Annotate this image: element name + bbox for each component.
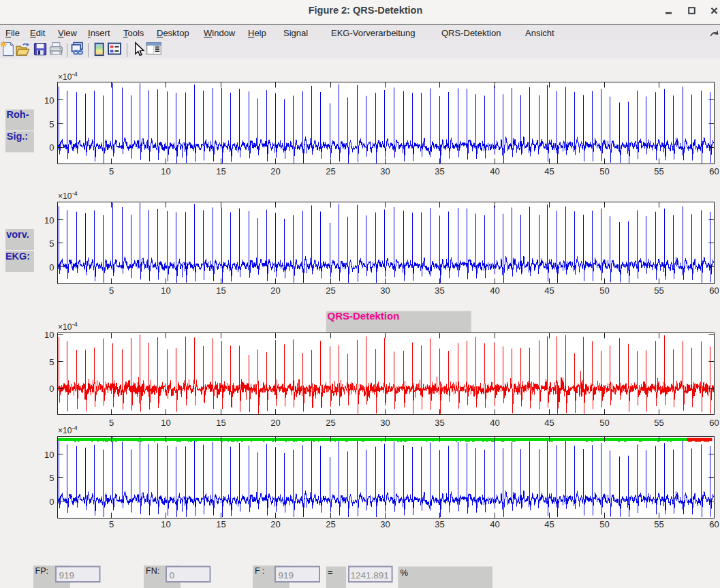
svg-text:20: 20 xyxy=(270,418,280,428)
svg-text:60: 60 xyxy=(709,285,719,296)
svg-text:45: 45 xyxy=(544,166,554,176)
svg-text:40: 40 xyxy=(490,519,499,529)
svg-text:0: 0 xyxy=(49,262,54,273)
svg-text:919: 919 xyxy=(279,570,294,581)
svg-text:10: 10 xyxy=(44,215,54,226)
svg-text:35: 35 xyxy=(435,285,444,296)
svg-text:FP:: FP: xyxy=(35,566,48,576)
svg-text:1241.891: 1241.891 xyxy=(351,570,389,581)
svg-text:20: 20 xyxy=(270,519,280,529)
svg-text:15: 15 xyxy=(216,418,225,428)
svg-text:=: = xyxy=(328,567,333,577)
svg-text:55: 55 xyxy=(654,166,663,176)
svg-text:35: 35 xyxy=(435,166,444,176)
svg-text:Sig.:: Sig.: xyxy=(7,131,28,142)
svg-text:919: 919 xyxy=(59,570,75,581)
svg-text:10: 10 xyxy=(161,519,170,529)
svg-text:5: 5 xyxy=(49,119,54,129)
svg-text:0: 0 xyxy=(49,497,54,507)
svg-text:5: 5 xyxy=(109,418,114,428)
svg-text:25: 25 xyxy=(326,166,335,176)
svg-text:35: 35 xyxy=(435,418,444,428)
svg-text:55: 55 xyxy=(654,519,663,529)
svg-text:30: 30 xyxy=(380,519,390,529)
svg-text:20: 20 xyxy=(270,285,280,296)
svg-text:EKG:: EKG: xyxy=(5,251,30,262)
svg-text:0: 0 xyxy=(49,142,54,153)
svg-text:60: 60 xyxy=(709,166,719,176)
svg-text:0: 0 xyxy=(170,570,175,581)
svg-text:20: 20 xyxy=(270,166,280,176)
svg-text:50: 50 xyxy=(599,519,609,529)
svg-text:60: 60 xyxy=(709,519,719,529)
svg-text:55: 55 xyxy=(654,418,663,428)
svg-text:40: 40 xyxy=(490,418,499,428)
svg-text:F :: F : xyxy=(255,566,265,576)
svg-text:FN:: FN: xyxy=(146,566,159,576)
svg-text:40: 40 xyxy=(490,166,499,176)
svg-text:45: 45 xyxy=(544,519,554,529)
svg-text:10: 10 xyxy=(161,418,170,428)
svg-text:10: 10 xyxy=(44,330,54,340)
svg-text:5: 5 xyxy=(49,238,54,249)
svg-text:5: 5 xyxy=(49,473,54,483)
svg-text:10: 10 xyxy=(44,450,54,460)
svg-text:5: 5 xyxy=(109,166,114,176)
svg-text:0: 0 xyxy=(49,384,54,394)
svg-text:15: 15 xyxy=(216,166,225,176)
svg-text:30: 30 xyxy=(380,285,390,296)
svg-text:5: 5 xyxy=(109,285,114,296)
svg-text:5: 5 xyxy=(109,519,114,529)
svg-text:10: 10 xyxy=(44,95,54,106)
svg-text:50: 50 xyxy=(599,418,609,428)
svg-text:30: 30 xyxy=(380,418,390,428)
svg-text:%: % xyxy=(401,568,409,578)
svg-text:60: 60 xyxy=(709,418,719,428)
svg-text:50: 50 xyxy=(599,285,609,296)
svg-text:25: 25 xyxy=(326,285,335,296)
svg-text:55: 55 xyxy=(654,285,663,296)
svg-text:50: 50 xyxy=(599,166,609,176)
svg-text:QRS-Detektion: QRS-Detektion xyxy=(328,310,400,322)
svg-text:10: 10 xyxy=(161,166,170,176)
svg-text:25: 25 xyxy=(326,519,335,529)
svg-text:5: 5 xyxy=(49,357,54,367)
svg-text:45: 45 xyxy=(544,285,554,296)
svg-text:40: 40 xyxy=(490,285,499,296)
svg-text:vorv.: vorv. xyxy=(6,229,29,240)
svg-text:35: 35 xyxy=(435,519,444,529)
svg-text:25: 25 xyxy=(326,418,335,428)
svg-text:Roh-: Roh- xyxy=(6,109,29,120)
svg-text:15: 15 xyxy=(216,519,225,529)
svg-text:30: 30 xyxy=(380,166,390,176)
svg-text:45: 45 xyxy=(544,418,554,428)
svg-text:15: 15 xyxy=(216,285,225,296)
svg-text:10: 10 xyxy=(161,285,170,296)
